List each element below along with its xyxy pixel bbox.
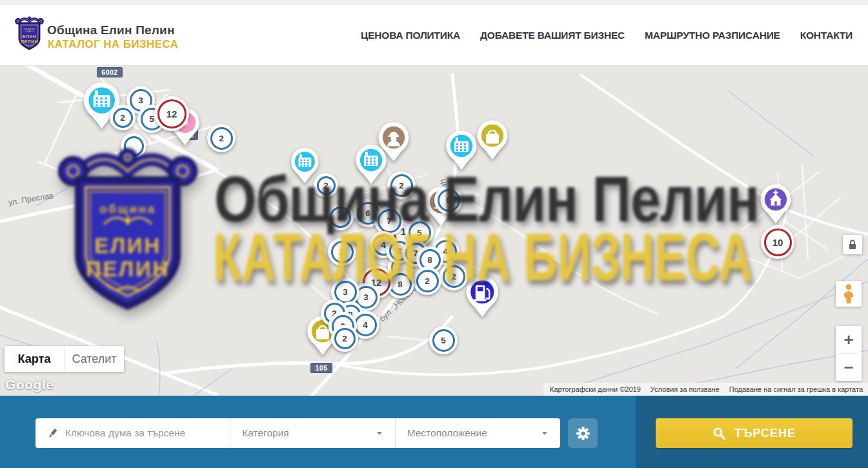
crest-line1: ЕЛИН (23, 34, 36, 39)
location-dropdown-label: Местоположение (396, 427, 542, 439)
cluster-count: 2 (413, 267, 441, 295)
cluster-marker[interactable]: 2 (439, 262, 468, 290)
lock-button[interactable] (843, 235, 862, 254)
nav-item-2[interactable]: МАРШРУТНО РАЗПИСАНИЕ (645, 30, 780, 41)
cluster-count: 2 (439, 262, 468, 290)
chevron-down-icon (542, 432, 547, 435)
cluster-marker[interactable]: 4 (327, 203, 354, 230)
cluster-marker[interactable]: 2 (328, 238, 356, 266)
nav-item-0[interactable]: ЦЕНОВА ПОЛИТИКА (361, 30, 460, 41)
category-dropdown-label: Категория (230, 427, 376, 439)
crest-line2: ПЕЛИН (21, 39, 38, 44)
cluster-count: 2 (314, 173, 338, 198)
zoom-in-button[interactable]: + (836, 326, 862, 353)
cluster-count: 2 (328, 238, 356, 266)
site-subtitle: КАТАЛОГ НА БИЗНЕСА (48, 38, 178, 51)
cluster-count (121, 133, 146, 159)
cluster-marker[interactable]: 2 (207, 124, 236, 152)
attribution-text: Картографски данни ©2019 (550, 385, 641, 393)
nav-item-1[interactable]: ДОБАВЕТЕ ВАШИЯТ БИЗНЕС (480, 30, 625, 41)
cluster-count: 2 (110, 105, 136, 130)
nav-item-3[interactable]: КОНТАКТИ (800, 30, 853, 41)
cluster-marker[interactable]: 5 (434, 186, 463, 214)
keyword-search-input[interactable] (65, 427, 230, 439)
header: община ЕЛИН ПЕЛИН Община Елин Пелин КАТА… (0, 5, 868, 66)
main-nav: ЦЕНОВА ПОЛИТИКАДОБАВЕТЕ ВАШИЯТ БИЗНЕСМАР… (361, 5, 853, 65)
cluster-marker[interactable] (121, 133, 146, 159)
cluster-marker[interactable]: 2 (387, 171, 416, 199)
cluster-count: 2 (331, 325, 358, 352)
zoom-out-button[interactable]: − (836, 354, 862, 381)
cluster-count: 5 (434, 186, 463, 214)
maptype-satellite-button[interactable]: Сателит (65, 346, 124, 372)
pencil-icon (35, 427, 65, 440)
map-pin-factory[interactable] (445, 130, 478, 171)
streetview-pegman-button[interactable] (836, 281, 862, 307)
cluster-marker[interactable]: 2 (413, 267, 441, 295)
location-dropdown[interactable]: Местоположение (396, 418, 560, 448)
lock-icon (845, 237, 860, 252)
marker-layer: 325122225641375427482228123383432510 (0, 65, 868, 396)
cluster-count: 12 (154, 96, 189, 131)
pegman-icon (841, 283, 856, 304)
cluster-marker[interactable]: 2 (314, 173, 338, 198)
google-logo[interactable]: Google (5, 377, 54, 392)
map-pin-bag[interactable] (476, 119, 509, 161)
search-bar-right: ТЪРСЕНЕ (636, 396, 868, 468)
map-pin-fuel[interactable] (465, 275, 500, 318)
category-dropdown[interactable]: Категория (230, 418, 395, 448)
search-button-label: ТЪРСЕНЕ (734, 427, 796, 440)
cluster-count: 2 (387, 171, 416, 199)
zoom-control: + − (836, 326, 862, 381)
search-box: Категория Местоположение (35, 418, 560, 448)
search-bar-left: Категория Местоположение (0, 396, 636, 468)
cluster-count: 10 (761, 225, 794, 259)
keyword-section (35, 418, 230, 448)
search-bar: Категория Местоположение (0, 396, 868, 468)
gear-icon (575, 425, 591, 442)
crest-town-label: община (24, 28, 35, 30)
search-icon (712, 427, 726, 440)
site-title: Община Елин Пелин (47, 23, 175, 37)
map-canvas[interactable]: 60021053 ул. Преславбул. „Новоселци" 325… (0, 65, 868, 396)
attribution-link-2[interactable]: Подаване на сигнал за грешка в картата (729, 385, 863, 393)
chevron-down-icon (377, 432, 382, 435)
search-button[interactable]: ТЪРСЕНЕ (656, 418, 853, 448)
maptype-map-button[interactable]: Карта (5, 346, 65, 372)
cluster-count: 5 (429, 326, 458, 354)
maptype-control: Карта Сателит (5, 346, 124, 372)
advanced-settings-button[interactable] (568, 418, 598, 448)
cluster-marker[interactable]: 10 (761, 225, 794, 259)
cluster-marker[interactable]: 12 (154, 96, 189, 131)
cluster-marker[interactable]: 2 (110, 105, 136, 130)
municipality-crest-logo[interactable]: община ЕЛИН ПЕЛИН (14, 14, 45, 52)
map-attribution: Картографски данни ©2019Условия за ползв… (543, 383, 868, 396)
business-catalog-app: община ЕЛИН ПЕЛИН Община Елин Пелин КАТА… (0, 0, 868, 468)
cluster-count: 4 (327, 203, 354, 230)
attribution-link-1[interactable]: Условия за ползване (651, 385, 720, 393)
map-pin-church[interactable] (759, 183, 792, 225)
top-strip (0, 0, 868, 5)
cluster-count: 2 (207, 124, 236, 152)
map-pin-factory[interactable] (354, 144, 388, 185)
cluster-marker[interactable]: 2 (331, 325, 358, 352)
cluster-marker[interactable]: 5 (429, 326, 458, 354)
